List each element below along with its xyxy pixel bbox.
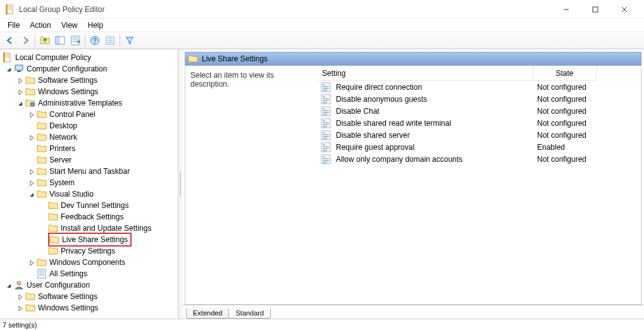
setting-icon (321, 142, 331, 152)
tree-admin-control-panel[interactable]: Control Panel (0, 109, 178, 120)
status-text: 7 setting(s) (3, 321, 37, 329)
expand-icon[interactable] (5, 65, 13, 73)
horizontal-scrollbar[interactable] (318, 294, 641, 304)
setting-name: Disable shared server (336, 131, 410, 140)
svg-text:?: ? (93, 37, 97, 44)
tree-vs-feedback[interactable]: Feedback Settings (0, 211, 178, 223)
setting-state: Not configured (533, 155, 597, 164)
properties-button[interactable] (103, 34, 117, 47)
show-hide-tree-button[interactable] (53, 34, 67, 47)
tree-user-configuration[interactable]: User Configuration (0, 279, 178, 291)
setting-name: Allow only company domain accounts (336, 155, 462, 164)
expand-icon[interactable] (5, 281, 13, 289)
setting-state: Enabled (533, 143, 597, 152)
tree-cc-software[interactable]: Software Settings (0, 75, 178, 86)
setting-state: Not configured (533, 107, 597, 116)
setting-row[interactable]: Allow only company domain accountsNot co… (318, 153, 641, 165)
tree-cc-admin-templates[interactable]: Administrative Templates (0, 97, 178, 109)
close-button[interactable] (610, 0, 639, 19)
expand-icon[interactable] (16, 293, 24, 300)
maximize-button[interactable] (581, 0, 610, 19)
tree-admin-wincomponents[interactable]: Windows Components (0, 257, 178, 268)
menu-action[interactable]: Action (25, 19, 56, 32)
setting-name: Disable shared read write terminal (336, 119, 451, 128)
expand-icon[interactable] (16, 304, 24, 312)
description-panel: Select an item to view its description. (185, 66, 318, 304)
filter-button[interactable] (123, 34, 137, 47)
nav-forward-button[interactable] (18, 34, 32, 47)
menu-help[interactable]: Help (83, 19, 109, 32)
setting-icon (321, 94, 331, 104)
tree-admin-system[interactable]: System (0, 177, 178, 188)
app-icon (5, 4, 15, 15)
menu-file[interactable]: File (3, 19, 25, 32)
tree-uc-windows[interactable]: Windows Settings (0, 302, 178, 314)
setting-row[interactable]: Disable ChatNot configured (318, 105, 641, 117)
help-button[interactable]: ? (88, 34, 102, 47)
setting-name: Require direct connection (336, 83, 422, 92)
tree-root[interactable]: Local Computer Policy (0, 52, 178, 63)
setting-state: Not configured (533, 83, 597, 92)
col-header-state[interactable]: State (533, 66, 597, 81)
setting-state: Not configured (533, 95, 597, 104)
tree-admin-server[interactable]: Server (0, 154, 178, 166)
expand-icon[interactable] (16, 99, 24, 107)
console-tree[interactable]: Local Computer Policy Computer Configura… (0, 49, 178, 319)
tree-vs-liveshare[interactable]: Live Share Settings (0, 234, 178, 245)
tree-admin-network[interactable]: Network (0, 131, 178, 143)
expand-icon[interactable] (28, 259, 35, 266)
window-title: Local Group Policy Editor (19, 5, 104, 14)
expand-icon[interactable] (28, 190, 35, 198)
setting-icon (321, 118, 331, 128)
setting-row[interactable]: Disable shared serverNot configured (318, 129, 641, 141)
menu-view[interactable]: View (56, 19, 83, 32)
detail-header: Live Share Settings (185, 52, 641, 66)
nav-back-button[interactable] (3, 34, 17, 47)
tab-extended[interactable]: Extended (186, 309, 229, 319)
toolbar: ? (0, 32, 644, 49)
settings-list[interactable]: Setting State Require direct connectionN… (318, 66, 641, 304)
tree-admin-allsettings[interactable]: All Settings (0, 268, 178, 279)
setting-row[interactable]: Disable shared read write terminalNot co… (318, 117, 641, 129)
tree-admin-desktop[interactable]: Desktop (0, 120, 178, 131)
setting-icon (321, 154, 331, 164)
setting-row[interactable]: Disable anonymous guestsNot configured (318, 93, 641, 105)
setting-row[interactable]: Require guest approvalEnabled (318, 141, 641, 153)
tree-vs-privacy[interactable]: Privacy Settings (0, 245, 178, 257)
setting-icon (321, 130, 331, 140)
list-header: Setting State (318, 66, 641, 81)
col-header-setting[interactable]: Setting (318, 66, 533, 81)
expand-icon[interactable] (28, 111, 35, 118)
minimize-button[interactable] (552, 0, 581, 19)
setting-name: Require guest approval (336, 143, 414, 152)
description-prompt: Select an item to view its description. (190, 71, 274, 89)
tree-computer-configuration[interactable]: Computer Configuration (0, 63, 178, 75)
tree-vs-devtunnel[interactable]: Dev Tunnel Settings (0, 200, 178, 211)
expand-icon[interactable] (28, 133, 35, 141)
export-list-button[interactable] (68, 34, 82, 47)
expand-icon[interactable] (28, 179, 35, 186)
setting-row[interactable]: Require direct connectionNot configured (318, 81, 641, 93)
tab-standard[interactable]: Standard (228, 309, 271, 319)
detail-title: Live Share Settings (202, 54, 268, 63)
view-tabs: Extended Standard (182, 305, 644, 319)
menu-bar: File Action View Help (0, 19, 644, 32)
svg-rect-22 (56, 37, 59, 44)
tree-uc-software[interactable]: Software Settings (0, 291, 178, 302)
setting-name: Disable Chat (336, 107, 380, 116)
tree-admin-startmenu[interactable]: Start Menu and Taskbar (0, 166, 178, 177)
tree-admin-printers[interactable]: Printers (0, 143, 178, 154)
status-bar: 7 setting(s) (0, 319, 644, 330)
tree-admin-visual-studio[interactable]: Visual Studio (0, 188, 178, 200)
svg-rect-18 (593, 7, 598, 12)
setting-name: Disable anonymous guests (336, 95, 427, 104)
expand-icon[interactable] (16, 76, 24, 84)
setting-state: Not configured (533, 131, 597, 140)
up-level-button[interactable] (38, 34, 52, 47)
folder-icon (188, 54, 198, 64)
expand-icon[interactable] (28, 168, 35, 175)
setting-state: Not configured (533, 119, 597, 128)
expand-icon[interactable] (16, 88, 24, 95)
setting-icon (321, 106, 331, 116)
tree-cc-windows[interactable]: Windows Settings (0, 86, 178, 97)
